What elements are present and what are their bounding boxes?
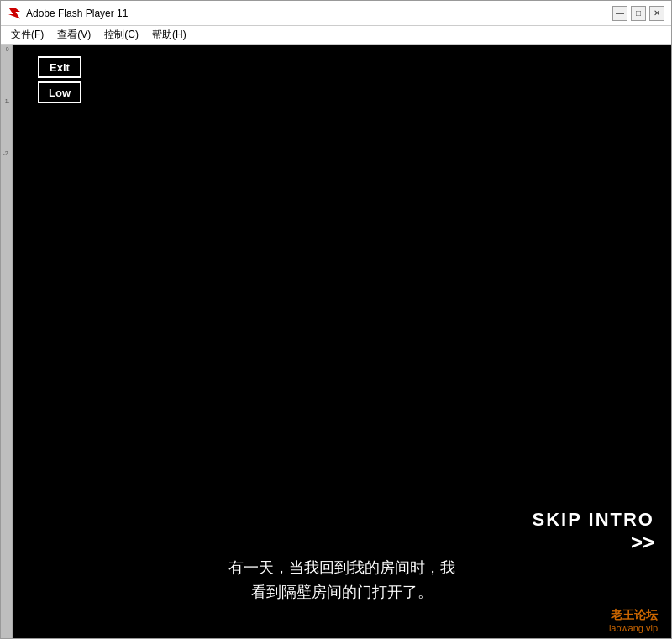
marker-0: -0 (1, 46, 12, 52)
close-button[interactable]: ✕ (649, 6, 664, 21)
marker-2: -2. (1, 150, 12, 156)
main-window: Adobe Flash Player 11 — □ ✕ 文件(F) 查看(V) … (0, 0, 672, 639)
inner-flash: Exit Low SKIP INTRO >> 有一天，当我回到我的房间时，我 看… (13, 45, 671, 638)
subtitle-area: 有一天，当我回到我的房间时，我 看到隔壁房间的门打开了。 (13, 556, 671, 605)
watermark-cn: 老王论坛 (609, 608, 658, 623)
watermark: 老王论坛 laowang.vip (609, 608, 658, 633)
skip-intro-button[interactable]: SKIP INTRO >> (532, 509, 654, 554)
exit-button[interactable]: Exit (38, 56, 81, 78)
restore-button[interactable]: □ (631, 6, 646, 21)
marker-1: -1. (1, 98, 12, 104)
subtitle-line-2: 看到隔壁房间的门打开了。 (13, 580, 671, 605)
flash-content-area: -0 -1. -2. Exit Low SKIP INTRO >> 有一天，当我… (1, 45, 671, 638)
flash-app-icon (8, 7, 21, 20)
menu-help[interactable]: 帮助(H) (145, 26, 193, 44)
menu-view[interactable]: 查看(V) (50, 26, 97, 44)
window-title: Adobe Flash Player 11 (26, 8, 612, 19)
skip-intro-text: SKIP INTRO (532, 509, 654, 531)
menu-file[interactable]: 文件(F) (4, 26, 50, 44)
watermark-en: laowang.vip (609, 623, 658, 633)
window-controls: — □ ✕ (612, 6, 664, 21)
menu-control[interactable]: 控制(C) (97, 26, 145, 44)
left-markers: -0 -1. -2. (1, 45, 13, 638)
menu-bar: 文件(F) 查看(V) 控制(C) 帮助(H) (1, 26, 671, 45)
subtitle-line-1: 有一天，当我回到我的房间时，我 (13, 556, 671, 580)
low-button[interactable]: Low (38, 81, 81, 103)
title-bar: Adobe Flash Player 11 — □ ✕ (1, 1, 671, 26)
skip-arrows: >> (532, 531, 654, 554)
minimize-button[interactable]: — (612, 6, 627, 21)
